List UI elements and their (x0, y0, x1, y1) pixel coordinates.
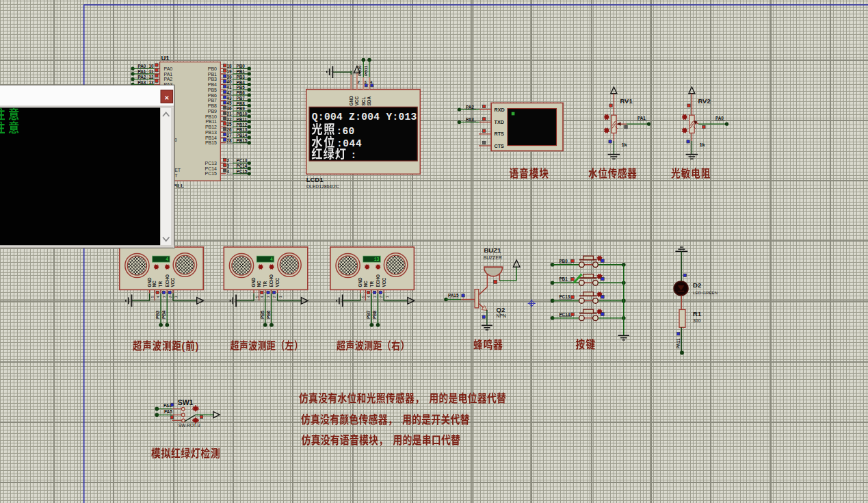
svg-text:RTS: RTS (495, 131, 505, 137)
svg-text:TR: TR (263, 281, 267, 287)
svg-text:4: 4 (227, 169, 230, 174)
svg-text:PB14: PB14 (237, 133, 248, 138)
svg-text:19: 19 (227, 69, 233, 74)
svg-text:T: T (174, 173, 178, 178)
svg-text:25: 25 (227, 122, 233, 127)
svg-text:PB13: PB13 (237, 127, 248, 132)
svg-text:PA11: PA11 (676, 338, 681, 348)
svg-text:SW-ROT-3: SW-ROT-3 (179, 423, 200, 428)
svg-text:): ) (196, 341, 199, 352)
svg-text:NC: NC (152, 281, 157, 287)
svg-text:1: 1 (278, 296, 282, 298)
svg-text:2: 2 (227, 158, 230, 163)
svg-text:PC15: PC15 (205, 171, 217, 176)
svg-text:PB9: PB9 (237, 106, 246, 111)
svg-text:43: 43 (227, 96, 233, 101)
svg-text:ET: ET (174, 168, 181, 172)
svg-text:SW1: SW1 (178, 398, 194, 407)
svg-text:4: 4 (156, 296, 160, 298)
svg-text:PB1: PB1 (237, 69, 246, 74)
svg-text:PA2: PA2 (138, 75, 146, 79)
svg-text:BUZZER: BUZZER (484, 255, 502, 260)
svg-text:Q2: Q2 (497, 306, 505, 313)
svg-text:PB11: PB11 (205, 119, 217, 124)
svg-text:TR: TR (158, 281, 163, 287)
svg-text:PA0: PA0 (138, 64, 146, 68)
svg-text:12: 12 (149, 75, 155, 79)
svg-text:3: 3 (266, 296, 270, 298)
svg-text:28: 28 (227, 138, 233, 143)
svg-text:10: 10 (149, 64, 155, 68)
svg-text:PB1: PB1 (208, 72, 217, 77)
svg-text:42: 42 (227, 90, 233, 95)
svg-text:NC: NC (257, 281, 261, 287)
svg-text:NC: NC (363, 281, 368, 287)
svg-text:41: 41 (227, 85, 233, 90)
svg-text::044: :044 (337, 138, 362, 149)
svg-text:46: 46 (227, 106, 233, 111)
svg-text:R1: R1 (693, 310, 702, 318)
svg-text:3: 3 (227, 164, 230, 168)
svg-text:PB7: PB7 (366, 310, 371, 319)
svg-text:PB12: PB12 (237, 122, 248, 127)
svg-text:300: 300 (693, 318, 701, 323)
svg-text:4: 4 (270, 257, 273, 262)
svg-text:18: 18 (227, 64, 233, 68)
svg-text:4: 4 (367, 296, 371, 298)
svg-text:PA1: PA1 (164, 72, 173, 77)
svg-text:11: 11 (149, 69, 154, 74)
svg-text:PC15: PC15 (237, 169, 248, 174)
svg-text:VCC: VCC (382, 278, 386, 287)
svg-text:PB15: PB15 (237, 138, 248, 143)
svg-text:GND: GND (147, 277, 152, 287)
svg-text:21: 21 (227, 112, 233, 116)
svg-text:PA0: PA0 (164, 66, 173, 71)
svg-text:SCL: SCL (361, 96, 366, 105)
svg-text:PB12: PB12 (205, 125, 217, 129)
svg-text:PB11: PB11 (237, 117, 248, 122)
svg-text:LED-GREEN: LED-GREEN (693, 290, 718, 295)
svg-text:1: 1 (385, 296, 389, 298)
svg-text:40: 40 (227, 79, 233, 84)
svg-text:OLED12864I2C: OLED12864I2C (306, 184, 339, 189)
svg-text:13: 13 (149, 80, 155, 85)
svg-text:PB1: PB1 (559, 276, 568, 281)
svg-text:PB5: PB5 (208, 88, 217, 92)
svg-text:PB8: PB8 (372, 310, 377, 319)
svg-text:PB11: PB11 (363, 65, 368, 76)
svg-text:PA1: PA1 (637, 116, 646, 120)
svg-text::60: :60 (337, 126, 355, 137)
svg-text:PB15: PB15 (205, 140, 217, 145)
svg-text:BUZ1: BUZ1 (484, 246, 502, 254)
svg-text:ECHO: ECHO (269, 274, 274, 287)
svg-text:PB10: PB10 (237, 112, 248, 116)
svg-text:PA3: PA3 (466, 117, 474, 122)
svg-text:27: 27 (227, 133, 233, 138)
svg-text:PC13: PC13 (205, 161, 217, 166)
svg-text:26: 26 (227, 127, 233, 132)
svg-text:PB7: PB7 (237, 96, 246, 101)
svg-text:VCC: VCC (170, 278, 175, 287)
svg-text:PB3: PB3 (155, 310, 160, 319)
svg-text::: : (351, 150, 357, 161)
svg-text:PA2: PA2 (164, 77, 173, 81)
svg-text:13: 13 (374, 257, 380, 262)
svg-text:5: 5 (255, 296, 259, 298)
svg-text:GND: GND (349, 96, 354, 106)
svg-text:TXD: TXD (495, 119, 504, 125)
svg-text:PB3: PB3 (208, 77, 217, 81)
svg-text:Q:004 Z:004 Y:013: Q:004 Z:004 Y:013 (312, 112, 417, 122)
svg-text:1: 1 (174, 296, 178, 298)
svg-text:CTS: CTS (495, 143, 505, 149)
svg-text:PB3: PB3 (237, 75, 246, 79)
svg-text:PB4: PB4 (208, 82, 217, 87)
svg-text:PB5: PB5 (237, 85, 246, 90)
svg-text:PA3: PA3 (138, 80, 146, 85)
svg-text:PB6: PB6 (237, 90, 246, 95)
svg-text:RV1: RV1 (620, 97, 633, 105)
svg-text:45: 45 (227, 101, 233, 105)
svg-text:PB6: PB6 (208, 93, 217, 98)
svg-text:PA2: PA2 (466, 105, 474, 109)
svg-text:✕: ✕ (164, 94, 169, 101)
svg-text:PB10: PB10 (357, 65, 362, 76)
